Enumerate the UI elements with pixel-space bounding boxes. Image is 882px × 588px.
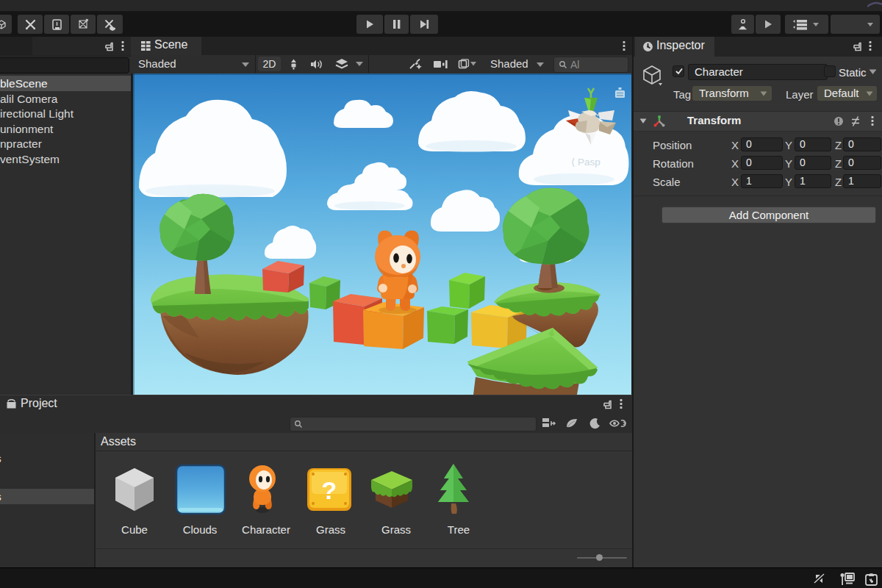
svg-text:⟨ Pasp: ⟨ Pasp xyxy=(571,157,600,168)
svg-text:?: ? xyxy=(322,476,337,504)
